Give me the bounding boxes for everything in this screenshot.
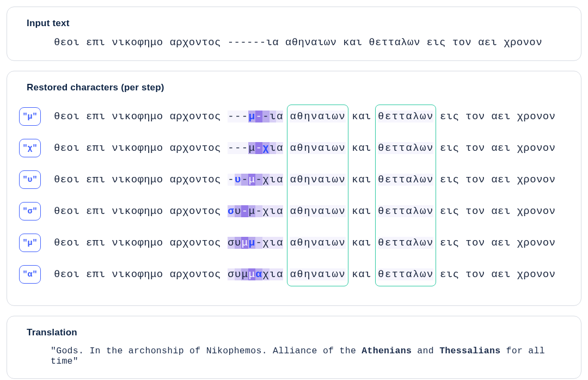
highlighted-token: αθηναιων [290, 237, 346, 249]
token: νικοφημο [112, 268, 163, 280]
token: επι [86, 111, 105, 122]
token: εις [440, 237, 459, 249]
token: και [352, 268, 371, 280]
token: αει [491, 205, 510, 217]
token: αρχοντος [169, 111, 220, 122]
token: θεοι [54, 142, 79, 154]
token: νικοφημο [112, 111, 163, 122]
translation-segment: Athenians [362, 346, 412, 356]
step-badge: "χ" [19, 139, 41, 157]
input-text-line: θεοι επι νικοφημο αρχοντος ------ια αθην… [19, 36, 569, 48]
step-badge: "μ" [19, 234, 41, 252]
token: εις [440, 111, 459, 122]
token: τον [465, 111, 485, 122]
translation-card: Translation "Gods. In the archonship of … [7, 316, 581, 379]
token: και [352, 237, 371, 249]
token: θεοι [54, 237, 79, 249]
step-text: θεοι επι νικοφημο αρχοντος ---μ--ια αθην… [48, 111, 555, 122]
restored-token: -υ-μ-χια [228, 174, 284, 186]
highlighted-token: αθηναιων [290, 174, 346, 186]
highlighted-token: θετταλων [378, 237, 434, 249]
step-row: "μ"θεοι επι νικοφημο αρχοντος ---μ--ια α… [19, 101, 569, 132]
translation-line: "Gods. In the archonship of Nikophemos. … [19, 346, 569, 366]
token: τον [465, 142, 485, 154]
token: θεοι [54, 205, 79, 217]
token: χρονον [517, 142, 556, 154]
highlighted-token: θετταλων [378, 142, 434, 154]
translation-segment: "Gods. In the archonship of Nikophemos. … [51, 346, 362, 356]
step-row: "χ"θεοι επι νικοφημο αρχοντος ---μ-χια α… [19, 132, 569, 164]
token: και [352, 174, 371, 186]
step-row: "μ"θεοι επι νικοφημο αρχοντος συμμ-χια α… [19, 227, 569, 259]
translation-title: Translation [27, 327, 569, 338]
restored-steps-card: Restored characters (per step) "μ"θεοι ε… [7, 71, 581, 306]
token: και [352, 111, 371, 122]
token: θεοι [54, 268, 79, 280]
highlighted-token: αθηναιων [290, 268, 346, 280]
token: επι [86, 142, 105, 154]
step-badge: "σ" [19, 202, 41, 220]
token: εις [440, 174, 459, 186]
token: χρονον [517, 268, 556, 280]
token: επι [86, 268, 105, 280]
token: και [352, 142, 371, 154]
step-row: "α"θεοι επι νικοφημο αρχοντος συμμαχια α… [19, 259, 569, 290]
token: αει [491, 268, 510, 280]
restored-token: ---μ--ια [228, 111, 284, 122]
input-text-title: Input text [27, 18, 569, 29]
token: αρχοντος [169, 174, 220, 186]
highlighted-token: αθηναιων [290, 111, 346, 122]
token: αρχοντος [169, 237, 220, 249]
token: εις [440, 205, 459, 217]
step-row: "σ"θεοι επι νικοφημο αρχοντος συ-μ-χια α… [19, 195, 569, 227]
token: αρχοντος [169, 205, 220, 217]
token: χρονον [517, 111, 556, 122]
token: χρονον [517, 237, 556, 249]
token: και [352, 205, 371, 217]
highlighted-token: θετταλων [378, 111, 434, 122]
token: αρχοντος [169, 268, 220, 280]
token: εις [440, 268, 459, 280]
step-badge: "α" [19, 265, 41, 284]
highlighted-token: αθηναιων [290, 205, 346, 217]
step-text: θεοι επι νικοφημο αρχοντος -υ-μ-χια αθην… [48, 174, 555, 186]
token: νικοφημο [112, 142, 163, 154]
restored-token: συ-μ-χια [228, 205, 284, 217]
token: αει [491, 237, 510, 249]
step-row: "υ"θεοι επι νικοφημο αρχοντος -υ-μ-χια α… [19, 164, 569, 195]
token: θεοι [54, 174, 79, 186]
token: αει [491, 142, 510, 154]
restored-token: συμμ-χια [228, 237, 284, 249]
token: νικοφημο [112, 174, 163, 186]
highlighted-token: θετταλων [378, 174, 434, 186]
token: τον [465, 174, 485, 186]
step-text: θεοι επι νικοφημο αρχοντος ---μ-χια αθην… [48, 142, 555, 154]
highlighted-token: θετταλων [378, 268, 434, 280]
step-text: θεοι επι νικοφημο αρχοντος συ-μ-χια αθην… [48, 205, 555, 217]
step-text: θεοι επι νικοφημο αρχοντος συμμ-χια αθην… [48, 237, 555, 249]
translation-segment: Thessalians [439, 346, 500, 356]
token: χρονον [517, 205, 556, 217]
token: τον [465, 237, 485, 249]
token: επι [86, 237, 105, 249]
token: αει [491, 174, 510, 186]
steps-list: "μ"θεοι επι νικοφημο αρχοντος ---μ--ια α… [19, 101, 569, 290]
token: αρχοντος [169, 142, 220, 154]
token: τον [465, 205, 485, 217]
translation-segment: and [412, 346, 439, 356]
step-badge: "μ" [19, 107, 41, 126]
token: χρονον [517, 174, 556, 186]
highlighted-token: θετταλων [378, 205, 434, 217]
token: επι [86, 174, 105, 186]
token: τον [465, 268, 485, 280]
token: νικοφημο [112, 237, 163, 249]
highlighted-token: αθηναιων [290, 142, 346, 154]
token: νικοφημο [112, 205, 163, 217]
token: επι [86, 205, 105, 217]
token: θεοι [54, 111, 79, 122]
restored-token: ---μ-χια [228, 142, 284, 154]
token: εις [440, 142, 459, 154]
step-badge: "υ" [19, 170, 41, 189]
restored-token: συμμαχια [228, 268, 284, 280]
restored-steps-title: Restored characters (per step) [27, 82, 569, 93]
